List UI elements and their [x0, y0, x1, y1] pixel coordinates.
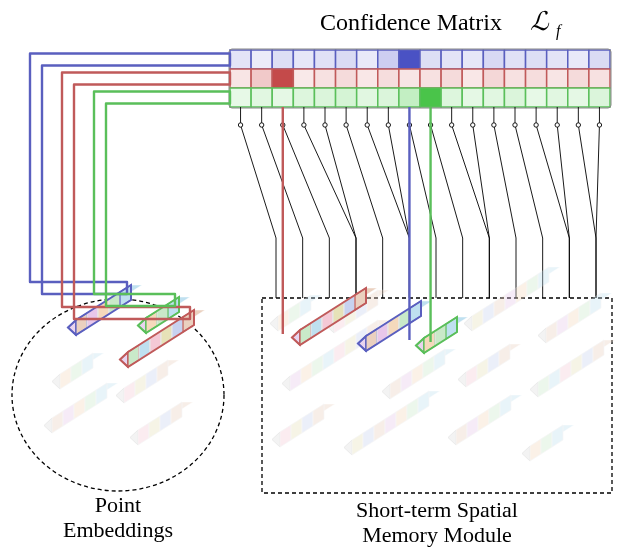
confidence-title: Confidence Matrix — [320, 9, 502, 35]
matrix-cell — [420, 50, 441, 69]
connector-line — [241, 107, 276, 298]
matrix-cell — [357, 69, 378, 88]
matrix-cell — [568, 50, 589, 69]
connector-node — [386, 123, 390, 127]
embedding-slot — [116, 360, 179, 403]
embedding-slot — [130, 402, 193, 445]
embedding-slot — [464, 267, 560, 331]
memory-module-label: Memory Module — [362, 522, 512, 547]
matrix-cell — [399, 69, 420, 88]
matrix-cell — [357, 88, 378, 107]
connector-line — [388, 107, 409, 298]
matrix-cell — [547, 88, 568, 107]
connector-node — [238, 123, 242, 127]
embedding-slot — [458, 344, 521, 387]
matrix-cell — [272, 69, 293, 88]
matrix-cell — [230, 69, 251, 88]
matrix-cell — [251, 88, 272, 107]
matrix-cell — [568, 69, 589, 88]
matrix-cell — [314, 69, 335, 88]
matrix-cell — [526, 69, 547, 88]
matrix-cell — [357, 50, 378, 69]
connector-node — [365, 123, 369, 127]
matrix-cell — [399, 50, 420, 69]
embedding-slot — [448, 395, 522, 445]
matrix-cell — [293, 50, 314, 69]
matrix-cell — [420, 69, 441, 88]
confidence-subscript: f — [556, 22, 563, 40]
confidence-symbol: ℒ — [530, 7, 550, 36]
connector-node — [323, 123, 327, 127]
matrix-cell — [230, 88, 251, 107]
matrix-cell — [526, 50, 547, 69]
matrix-cell — [462, 50, 483, 69]
matrix-cell — [441, 50, 462, 69]
highlight-path-green — [94, 92, 230, 307]
matrix-cell — [251, 69, 272, 88]
matrix-cell — [314, 50, 335, 69]
matrix-cell — [378, 69, 399, 88]
connector-line — [304, 107, 356, 298]
matrix-cell — [504, 88, 525, 107]
embedding-slot — [416, 317, 468, 353]
matrix-cell — [568, 88, 589, 107]
matrix-cell — [462, 69, 483, 88]
embedding-slot — [382, 349, 456, 399]
connector-node — [259, 123, 263, 127]
matrix-cell — [378, 50, 399, 69]
embedding-slot — [44, 383, 118, 433]
embedding-slot — [538, 293, 612, 343]
matrix-cell — [483, 69, 504, 88]
matrix-cell — [420, 88, 441, 107]
connector-line — [515, 107, 543, 298]
matrix-cell — [314, 88, 335, 107]
connector-node — [555, 123, 559, 127]
matrix-cell — [589, 50, 610, 69]
matrix-cell — [251, 50, 272, 69]
matrix-cell — [336, 69, 357, 88]
connector-node — [344, 123, 348, 127]
matrix-cell — [547, 69, 568, 88]
matrix-cell — [441, 88, 462, 107]
embedding-slot — [530, 340, 615, 397]
connector-line — [409, 107, 436, 298]
embedding-slot — [52, 353, 104, 389]
point-embeddings-label: Embeddings — [63, 517, 173, 542]
connector-node — [534, 123, 538, 127]
matrix-cell — [504, 50, 525, 69]
connector-line — [596, 107, 599, 298]
matrix-cell — [230, 50, 251, 69]
embedding-slot — [344, 391, 440, 455]
connector-line — [431, 107, 463, 298]
connector-node — [576, 123, 580, 127]
connector-line — [494, 107, 516, 298]
matrix-cell — [483, 88, 504, 107]
connector-node — [513, 123, 517, 127]
matrix-cell — [336, 50, 357, 69]
embedding-slot — [522, 425, 574, 461]
matrix-cell — [589, 69, 610, 88]
confidence-matrix — [230, 50, 610, 107]
matrix-cell — [272, 88, 293, 107]
connector-line — [473, 107, 490, 298]
matrix-cell — [589, 88, 610, 107]
matrix-cell — [504, 69, 525, 88]
connector-node — [492, 123, 496, 127]
matrix-cell — [526, 88, 547, 107]
matrix-cell — [293, 88, 314, 107]
connector-node — [449, 123, 453, 127]
matrix-cell — [378, 88, 399, 107]
matrix-cell — [441, 69, 462, 88]
connector-node — [471, 123, 475, 127]
matrix-cell — [462, 88, 483, 107]
matrix-cell — [547, 50, 568, 69]
connector-node — [302, 123, 306, 127]
point-embeddings-label: Point — [95, 492, 141, 517]
matrix-cell — [272, 50, 293, 69]
memory-module-label: Short-term Spatial — [356, 497, 518, 522]
matrix-cell — [399, 88, 420, 107]
highlight-path-blue — [30, 54, 230, 295]
matrix-cell — [483, 50, 504, 69]
connector-line — [578, 107, 596, 298]
matrix-cell — [336, 88, 357, 107]
